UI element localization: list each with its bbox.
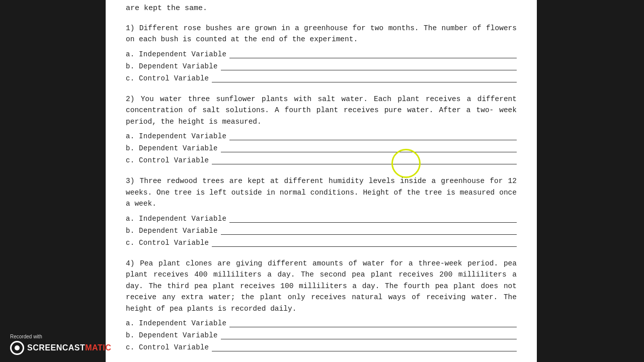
q3-control-line: c. Control Variable	[126, 239, 517, 247]
q3-dependent-label: b. Dependent Variable	[126, 227, 218, 235]
q4-independent-line: a. Independent Variable	[126, 319, 517, 327]
question-1-text: 1) Different rose bushes are grown in a …	[126, 23, 517, 45]
question-3-text: 3) Three redwood trees are kept at diffe…	[126, 175, 517, 209]
question-block-4: 4) Pea plant clones are giving different…	[126, 258, 517, 351]
screencast-logo: SCREENCASTMATIC	[10, 341, 111, 355]
content-area: are kept the same. 1) Different rose bus…	[106, 0, 537, 362]
right-sidebar: Recorded with SCREENCASTMATIC	[537, 0, 644, 362]
q1-control-label: c. Control Variable	[126, 74, 209, 82]
question-block-2: 2) You water three sunflower plants with…	[126, 94, 517, 164]
q2-control-label: c. Control Variable	[126, 156, 209, 164]
question-4-text: 4) Pea plant clones are giving different…	[126, 258, 517, 314]
q1-control-rule	[212, 74, 517, 82]
q1-dependent-label: b. Dependent Variable	[126, 62, 218, 70]
q2-control-rule	[212, 156, 517, 164]
left-sidebar	[0, 0, 106, 362]
q3-control-label: c. Control Variable	[126, 239, 209, 247]
q4-control-label: c. Control Variable	[126, 343, 209, 351]
recorded-with-text: Recorded with	[10, 334, 111, 339]
q1-independent-label: a. Independent Variable	[126, 50, 226, 58]
q4-independent-rule	[229, 319, 517, 327]
q3-independent-rule	[229, 215, 517, 223]
screencast-logo-icon	[10, 341, 24, 355]
q3-control-rule	[212, 239, 517, 247]
q2-independent-line: a. Independent Variable	[126, 132, 517, 140]
question-block-3: 3) Three redwood trees are kept at diffe…	[126, 175, 517, 246]
q1-independent-rule	[229, 50, 517, 58]
question-block-1: 1) Different rose bushes are grown in a …	[126, 23, 517, 82]
q1-control-line: c. Control Variable	[126, 74, 517, 82]
top-partial-text: are kept the same.	[126, 0, 517, 23]
q2-dependent-line: b. Dependent Variable	[126, 144, 517, 152]
q2-control-line: c. Control Variable	[126, 156, 517, 164]
q3-dependent-line: b. Dependent Variable	[126, 227, 517, 235]
q4-control-line: c. Control Variable	[126, 343, 517, 351]
q4-independent-label: a. Independent Variable	[126, 319, 226, 327]
q4-dependent-rule	[221, 331, 517, 339]
q2-independent-rule	[229, 132, 517, 140]
q2-dependent-rule	[221, 144, 517, 152]
q3-independent-line: a. Independent Variable	[126, 215, 517, 223]
q2-independent-label: a. Independent Variable	[126, 132, 226, 140]
q1-dependent-rule	[221, 62, 517, 70]
q1-independent-line: a. Independent Variable	[126, 50, 517, 58]
q4-dependent-label: b. Dependent Variable	[126, 331, 218, 339]
question-2-text: 2) You water three sunflower plants with…	[126, 94, 517, 127]
q2-dependent-label: b. Dependent Variable	[126, 144, 218, 152]
q4-control-rule	[212, 343, 517, 351]
q4-dependent-line: b. Dependent Variable	[126, 331, 517, 339]
q1-dependent-line: b. Dependent Variable	[126, 62, 517, 70]
screencast-watermark: Recorded with SCREENCASTMATIC	[10, 334, 111, 355]
q3-independent-label: a. Independent Variable	[126, 215, 226, 223]
q3-dependent-rule	[221, 227, 517, 235]
screencast-brand-text: SCREENCASTMATIC	[27, 343, 111, 352]
